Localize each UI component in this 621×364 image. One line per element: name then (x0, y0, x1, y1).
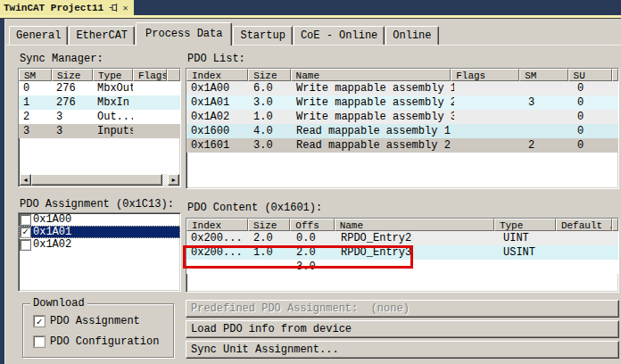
unchecked-checkbox[interactable] (21, 240, 30, 250)
name-cell: Read mappable assembly 1 (292, 124, 454, 138)
flags-cell (454, 138, 524, 153)
flags-cell (133, 95, 167, 110)
column-header-sm[interactable]: SM (19, 69, 52, 81)
size-cell: 3.0 (249, 138, 292, 153)
table-row[interactable]: 0x200...2.00.0RPDO_Entry2UINT (186, 231, 618, 245)
panel-top-bevel (6, 45, 621, 46)
sm-cell: 3 (19, 124, 52, 138)
scrollbar-thumb[interactable] (31, 174, 162, 186)
download-option-pdo-assignment[interactable]: ✓PDO Assignment (34, 315, 173, 327)
download-option-label: PDO Configuration (50, 335, 159, 348)
su-cell: 0 (573, 124, 617, 138)
pdo-list-label: PDO List: (187, 53, 245, 65)
checked-checkbox[interactable]: ✓ (21, 228, 30, 237)
column-header-type[interactable]: Type (494, 219, 556, 231)
flags-cell (454, 110, 524, 124)
column-header-size[interactable]: Size (248, 69, 290, 81)
column-header-name[interactable]: Name (335, 219, 494, 231)
column-header-size[interactable]: Size (248, 219, 290, 231)
table-row[interactable]: 1276MbxIn (19, 95, 180, 110)
document-tab[interactable]: TwinCAT Project11 ✕ (0, 0, 134, 15)
index-cell: 0x1A00 (186, 81, 249, 95)
pdo-assignment-label: PDO Assignment (0x1C13): (20, 198, 174, 211)
sync-unit-assignment-button[interactable]: Sync Unit Assignment... (186, 341, 619, 359)
sm-cell (524, 110, 573, 124)
column-header-index[interactable]: Index (186, 219, 248, 231)
download-group-label: Download (30, 298, 87, 310)
table-row[interactable]: 0x200...1.02.0RPDO_Entry3USINT (186, 245, 618, 260)
window-left-border (0, 19, 5, 364)
column-header-filler (612, 219, 618, 231)
index-cell: 0x200... (186, 231, 249, 245)
column-header-index[interactable]: Index (186, 69, 248, 81)
table-row[interactable]: 0x1A013.0Write mappable assembly 230 (186, 95, 618, 110)
size-cell (249, 260, 292, 274)
pdo-assignment-item-0x1a01[interactable]: ✓0x1A01 (19, 226, 180, 238)
download-groupbox: Download ✓PDO AssignmentPDO Configuratio… (22, 303, 174, 358)
size-cell: 276 (52, 81, 93, 95)
size-cell: 2.0 (249, 231, 292, 245)
sm-cell: 2 (524, 138, 573, 153)
name-cell: Write mappable assembly 2 (292, 95, 454, 110)
default-cell (561, 231, 618, 245)
sm-cell: 0 (19, 81, 52, 95)
offs-cell: 0.0 (292, 231, 336, 245)
pin-icon[interactable] (108, 2, 120, 13)
column-header-row: SMSizeTypeFlags (19, 69, 180, 81)
column-header-filler (612, 69, 618, 81)
table-row[interactable]: 3.0 (186, 260, 618, 274)
horizontal-scrollbar[interactable]: ◄ ► (20, 174, 179, 186)
tab-general[interactable]: General (9, 26, 68, 45)
unchecked-checkbox[interactable] (21, 215, 30, 225)
predefined-pdo-assignment-button: Predefined PDO Assignment: (none) (186, 300, 619, 318)
tab-online[interactable]: Online (385, 26, 438, 45)
tab-startup[interactable]: Startup (233, 26, 292, 45)
pdo-list-table[interactable]: IndexSizeNameFlagsSMSU0x1A006.0Write map… (186, 68, 619, 189)
column-header-offs[interactable]: Offs (290, 219, 334, 231)
pdo-assignment-listbox[interactable]: 0x1A00✓0x1A010x1A02 (18, 212, 181, 292)
column-header-flags[interactable]: Flags (133, 69, 167, 81)
sm-cell: 2 (19, 110, 52, 124)
pdo-assignment-item-0x1a02[interactable]: 0x1A02 (19, 238, 180, 251)
download-option-pdo-configuration[interactable]: PDO Configuration (34, 335, 173, 348)
tab-process-data[interactable]: Process Data (136, 22, 232, 46)
size-cell: 3.0 (249, 95, 292, 110)
type-cell: Out... (93, 110, 133, 124)
table-row[interactable]: 0x1A006.0Write mappable assembly 10 (186, 81, 618, 95)
tab-coe-online[interactable]: CoE - Online (294, 26, 385, 45)
scroll-right-icon[interactable]: ► (168, 174, 179, 186)
table-row[interactable]: 33Inputs (19, 124, 180, 138)
column-header-su[interactable]: SU (568, 69, 612, 81)
table-row[interactable]: 0x1A021.0Write mappable assembly 30 (186, 110, 618, 124)
pdo-content-table[interactable]: IndexSizeOffsNameTypeDefault .0x200...2.… (186, 218, 619, 293)
table-row[interactable]: 0x16004.0Read mappable assembly 10 (186, 124, 618, 138)
checked-checkbox[interactable]: ✓ (34, 316, 45, 327)
type-cell: MbxIn (93, 95, 133, 110)
sync-manager-label: Sync Manager: (20, 53, 104, 65)
pdo-assignment-item-0x1a00[interactable]: 0x1A00 (19, 213, 180, 226)
sm-cell: 1 (19, 95, 52, 110)
column-header-type[interactable]: Type (93, 69, 133, 81)
table-row[interactable]: 0x16013.0Read mappable assembly 220 (186, 138, 618, 153)
size-cell: 276 (52, 95, 93, 110)
column-header-flags[interactable]: Flags (451, 69, 519, 81)
column-header-default[interactable]: Default . (556, 219, 612, 231)
flags-cell (454, 81, 524, 95)
scroll-left-icon[interactable]: ◄ (20, 174, 31, 186)
name-cell (336, 260, 499, 274)
table-row[interactable]: 23Out... (19, 110, 180, 124)
size-cell: 6.0 (249, 81, 292, 95)
unchecked-checkbox[interactable] (34, 336, 45, 347)
download-option-label: PDO Assignment (50, 315, 140, 327)
index-cell: 0x1601 (186, 138, 249, 153)
table-row[interactable]: 0276MbxOut (19, 81, 180, 95)
flags-cell (133, 124, 167, 138)
sync-manager-table[interactable]: SMSizeTypeFlags0276MbxOut1276MbxIn23Out.… (18, 68, 181, 187)
pdo-assignment-item-label: 0x1A00 (33, 213, 71, 226)
close-icon[interactable]: ✕ (120, 2, 131, 13)
column-header-name[interactable]: Name (291, 69, 451, 81)
column-header-size[interactable]: Size (52, 69, 93, 81)
tab-ethercat[interactable]: EtherCAT (69, 26, 135, 45)
load-pdo-info-from-device-button[interactable]: Load PDO info from device (186, 320, 619, 338)
column-header-sm[interactable]: SM (519, 69, 567, 81)
